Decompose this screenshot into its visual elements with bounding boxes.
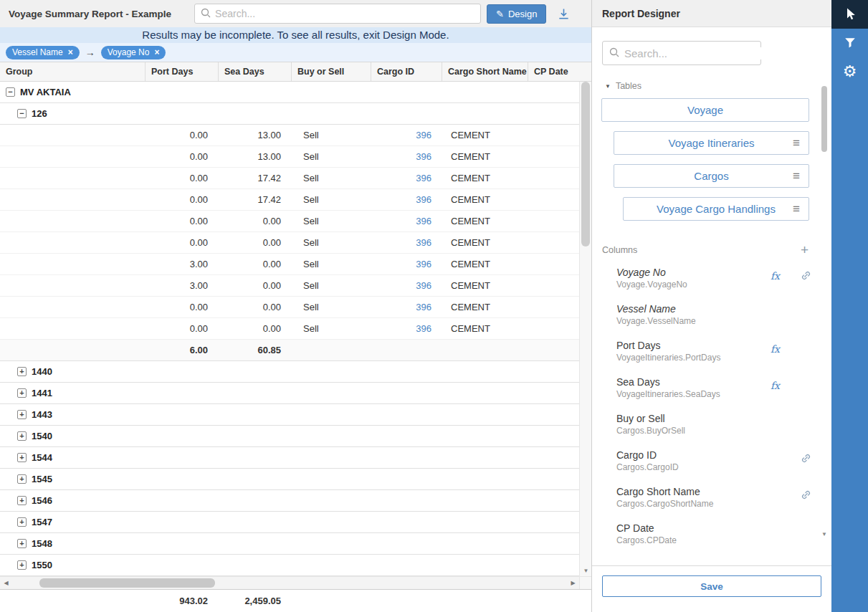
tool-settings[interactable]: ⚙ bbox=[831, 57, 868, 86]
scroll-left-button[interactable]: ◀ bbox=[0, 577, 12, 589]
vertical-scrollbar[interactable]: ▼ bbox=[579, 82, 591, 576]
column-header-cp-date[interactable]: CP Date bbox=[528, 62, 591, 81]
column-item-vessel-name[interactable]: Vessel NameVoyage.VesselName bbox=[592, 297, 831, 334]
cell-cargo-short-name: CEMENT bbox=[442, 173, 528, 183]
expand-icon[interactable]: + bbox=[17, 453, 27, 462]
cell-cargo-short-name: CEMENT bbox=[442, 323, 528, 334]
collapse-icon[interactable]: − bbox=[6, 87, 15, 97]
cargo-id-link[interactable]: 396 bbox=[416, 237, 431, 248]
cargo-id-link[interactable]: 396 bbox=[416, 216, 431, 226]
column-item-port-days[interactable]: Port DaysVoyageItineraries.PortDaysfx bbox=[592, 334, 831, 370]
link-icon[interactable] bbox=[801, 453, 811, 466]
save-button[interactable]: Save bbox=[602, 575, 821, 597]
column-header-buy-or-sell[interactable]: Buy or Sell bbox=[292, 62, 371, 81]
cell-buy-or-sell: Sell bbox=[292, 280, 371, 291]
cargo-id-link[interactable]: 396 bbox=[416, 194, 431, 205]
table-box-voyage[interactable]: Voyage bbox=[601, 98, 809, 122]
column-item-cp-date[interactable]: CP DateCargos.CPDate bbox=[592, 517, 831, 553]
expand-icon[interactable]: + bbox=[17, 496, 27, 505]
expand-icon[interactable]: + bbox=[17, 410, 27, 419]
column-source: VoyageItineraries.SeaDays bbox=[616, 389, 831, 399]
cell-cargo-id: 396 bbox=[371, 323, 442, 334]
cell-buy-or-sell: Sell bbox=[292, 151, 371, 162]
cell-port-days: 3.00 bbox=[146, 259, 219, 269]
design-button[interactable]: ✎ Design bbox=[487, 4, 546, 24]
scroll-down-button[interactable]: ▼ bbox=[580, 565, 592, 576]
vscroll-thumb[interactable] bbox=[581, 82, 590, 247]
scroll-right-button[interactable]: ▶ bbox=[567, 577, 579, 589]
expand-icon[interactable]: + bbox=[17, 539, 27, 548]
hscroll-track[interactable] bbox=[12, 577, 567, 589]
designer-search-input[interactable] bbox=[624, 47, 767, 59]
expand-icon[interactable]: + bbox=[17, 388, 27, 398]
formula-icon[interactable]: fx bbox=[771, 270, 780, 282]
expand-icon[interactable]: + bbox=[17, 474, 27, 484]
link-icon[interactable] bbox=[801, 270, 811, 283]
table-row: 0.000.00Sell396CEMENT bbox=[0, 318, 591, 340]
column-item-sea-days[interactable]: Sea DaysVoyageItineraries.SeaDaysfx bbox=[592, 370, 831, 407]
table-box-cargos[interactable]: Cargos≡ bbox=[614, 164, 809, 188]
menu-icon[interactable]: ≡ bbox=[793, 203, 800, 215]
column-header-port-days[interactable]: Port Days bbox=[146, 62, 219, 81]
table-row: 0.000.00Sell396CEMENT bbox=[0, 211, 591, 232]
column-header-cargo-id[interactable]: Cargo ID bbox=[371, 62, 442, 81]
cargo-id-link[interactable]: 396 bbox=[416, 259, 431, 269]
table-box-voyage-itineraries[interactable]: Voyage Itineraries≡ bbox=[614, 131, 809, 155]
designer-scrollbar[interactable]: ▼ bbox=[821, 83, 827, 539]
expand-icon[interactable]: + bbox=[17, 367, 27, 376]
cell-buy-or-sell: Sell bbox=[292, 216, 371, 226]
subtotal-sea-days: 60.85 bbox=[219, 345, 292, 355]
cargo-id-link[interactable]: 396 bbox=[416, 173, 431, 183]
add-column-icon[interactable]: + bbox=[801, 243, 809, 257]
cell-group: −126 bbox=[0, 108, 146, 119]
columns-section-header: Columns + bbox=[602, 243, 809, 257]
table-box-voyage-cargo-handlings[interactable]: Voyage Cargo Handlings≡ bbox=[623, 197, 809, 221]
chip-remove-icon[interactable]: × bbox=[68, 48, 73, 57]
designer-search[interactable] bbox=[602, 41, 761, 65]
cargo-id-link[interactable]: 396 bbox=[416, 323, 431, 334]
tables-section-header[interactable]: ▼ Tables bbox=[605, 81, 821, 91]
group-label: 1440 bbox=[32, 366, 52, 377]
grouping-arrow: → bbox=[85, 47, 95, 58]
hscroll-thumb[interactable] bbox=[39, 578, 215, 588]
column-item-voyage-no[interactable]: Voyage NoVoyage.VoyageNofx bbox=[592, 261, 831, 297]
cargo-id-link[interactable]: 396 bbox=[416, 302, 431, 312]
cell-port-days: 0.00 bbox=[146, 302, 219, 312]
collapsed-group-row: +1546 bbox=[0, 490, 591, 512]
column-header-sea-days[interactable]: Sea Days bbox=[219, 62, 292, 81]
horizontal-scrollbar[interactable]: ◀ ▶ bbox=[0, 576, 591, 589]
collapse-icon[interactable]: − bbox=[17, 109, 27, 118]
column-item-cargo-short-name[interactable]: Cargo Short NameCargos.CargoShortName bbox=[592, 480, 831, 517]
download-icon[interactable] bbox=[558, 8, 570, 20]
menu-icon[interactable]: ≡ bbox=[793, 170, 800, 182]
tool-filter[interactable] bbox=[831, 29, 868, 57]
column-item-buy-or-sell[interactable]: Buy or SellCargos.BuyOrSell bbox=[592, 407, 831, 444]
search-input[interactable] bbox=[215, 8, 474, 19]
expand-icon[interactable]: + bbox=[17, 560, 27, 570]
grouping-chip-voyage-no[interactable]: Voyage No× bbox=[101, 46, 166, 59]
column-item-cargo-id[interactable]: Cargo IDCargos.CargoID bbox=[592, 444, 831, 480]
report-search[interactable] bbox=[194, 4, 481, 24]
save-area: Save bbox=[592, 565, 831, 612]
cargo-id-link[interactable]: 396 bbox=[416, 130, 431, 140]
group-label: 1443 bbox=[32, 409, 52, 420]
link-icon[interactable] bbox=[801, 489, 811, 502]
cargo-id-link[interactable]: 396 bbox=[416, 280, 431, 291]
formula-icon[interactable]: fx bbox=[771, 343, 780, 355]
column-header-group[interactable]: Group bbox=[0, 62, 146, 81]
column-name: Port Days bbox=[616, 340, 831, 351]
expand-icon[interactable]: + bbox=[17, 431, 27, 441]
cell-cargo-short-name: CEMENT bbox=[442, 216, 528, 226]
expand-icon[interactable]: + bbox=[17, 517, 27, 527]
chip-remove-icon[interactable]: × bbox=[154, 48, 159, 57]
cell-cargo-id: 396 bbox=[371, 302, 442, 312]
formula-icon[interactable]: fx bbox=[771, 380, 780, 391]
cell-group: +1544 bbox=[0, 452, 146, 463]
tool-select[interactable] bbox=[831, 0, 868, 29]
menu-icon[interactable]: ≡ bbox=[793, 137, 800, 149]
grouping-chip-vessel-name[interactable]: Vessel Name× bbox=[6, 46, 80, 59]
designer-scrollbar-thumb[interactable] bbox=[821, 86, 827, 152]
designer-scroll-down-button[interactable]: ▼ bbox=[820, 529, 829, 539]
column-header-cargo-short-name[interactable]: Cargo Short Name bbox=[442, 62, 528, 81]
cargo-id-link[interactable]: 396 bbox=[416, 151, 431, 162]
